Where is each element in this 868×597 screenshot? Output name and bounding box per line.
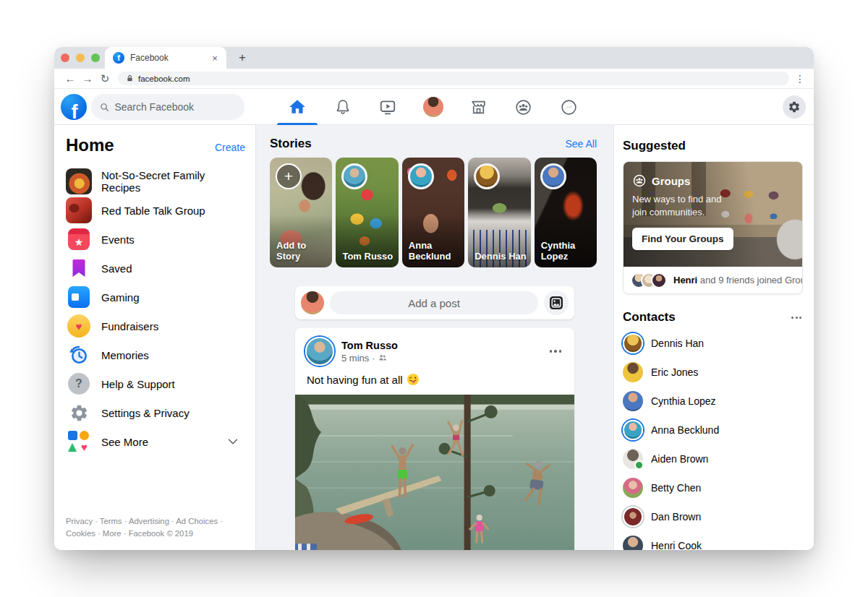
contact-betty-chen[interactable]: Betty Chen xyxy=(623,473,803,502)
contact-henri-cook[interactable]: Henri Cook xyxy=(623,531,803,550)
minimize-window-button[interactable] xyxy=(76,53,85,62)
create-link[interactable]: Create xyxy=(215,142,245,153)
contact-eric-jones[interactable]: Eric Jones xyxy=(623,358,803,387)
nav-groups-tab[interactable] xyxy=(501,89,546,125)
sidebar-item-memories[interactable]: Memories xyxy=(66,340,245,369)
groups-card-description: New ways to find and join communities. xyxy=(632,193,733,218)
contacts-options-icon[interactable] xyxy=(790,314,803,322)
see-all-link[interactable]: See All xyxy=(565,138,597,150)
nav-watch-tab[interactable] xyxy=(365,89,410,125)
photo-icon xyxy=(549,296,563,310)
nav-notifications-tab[interactable] xyxy=(320,89,365,125)
story-card-add-to-story[interactable]: Add to Story xyxy=(270,158,332,267)
add-photo-button[interactable] xyxy=(544,291,569,315)
contact-aiden-brown[interactable]: Aiden Brown xyxy=(623,444,803,473)
sidebar-item-help-support[interactable]: Help & Support xyxy=(66,369,245,398)
lock-icon xyxy=(126,74,134,82)
bookmark-icon xyxy=(66,255,92,281)
facebook-logo[interactable]: f xyxy=(61,94,87,120)
close-tab-icon[interactable]: × xyxy=(209,53,221,64)
browser-menu-icon[interactable]: ⋮ xyxy=(793,73,807,85)
right-sidebar: Suggested xyxy=(613,125,814,550)
tab-title: Facebook xyxy=(130,53,209,63)
groups-social-proof-row: Henri and 9 friends joined Groups xyxy=(624,267,802,293)
nav-home-tab[interactable] xyxy=(275,89,320,125)
sidebar-item-gaming[interactable]: Gaming xyxy=(66,283,245,312)
story-card-anna-becklund[interactable]: Anna Becklund xyxy=(402,158,464,267)
feed-post: Tom Russo 5 mins · xyxy=(295,328,574,550)
post-meta: 5 mins · xyxy=(341,353,540,364)
suggested-title: Suggested xyxy=(623,139,803,153)
see-more-shapes-icon: ♥ xyxy=(66,429,92,455)
chevron-down-icon[interactable] xyxy=(226,435,239,448)
sidebar-menu: Not-So-Secret Family Recipes Red Table T… xyxy=(66,167,245,456)
browser-tab-bar: f Facebook × + xyxy=(54,47,814,69)
contact-dan-brown[interactable]: Dan Brown xyxy=(623,502,803,531)
story-avatar xyxy=(408,163,434,189)
new-tab-button[interactable]: + xyxy=(234,49,251,66)
sidebar-item-recipes-group[interactable]: Not-So-Secret Family Recipes xyxy=(66,167,245,196)
story-avatar xyxy=(540,163,566,189)
url-text: facebook.com xyxy=(138,74,190,83)
post-photo-lake-jump[interactable] xyxy=(295,395,574,550)
nav-marketplace-tab[interactable] xyxy=(456,89,501,125)
post-options-icon[interactable] xyxy=(547,347,565,356)
composer-avatar[interactable] xyxy=(301,291,324,314)
close-window-button[interactable] xyxy=(61,53,69,62)
settings-button[interactable] xyxy=(783,95,806,119)
sidebar-item-settings-privacy[interactable]: Settings & Privacy xyxy=(66,398,245,427)
find-your-groups-button[interactable]: Find Your Groups xyxy=(632,228,733,250)
zoom-window-button[interactable] xyxy=(91,53,100,62)
sidebar-item-see-more[interactable]: ♥ See More xyxy=(66,427,245,456)
sidebar-item-saved[interactable]: Saved xyxy=(66,254,245,283)
sidebar-item-red-table-talk-group[interactable]: Red Table Talk Group xyxy=(66,196,245,225)
contact-avatar xyxy=(623,507,643,527)
marketplace-icon xyxy=(469,98,488,116)
facebook-favicon: f xyxy=(113,52,124,64)
contact-avatar xyxy=(623,333,643,353)
contact-anna-becklund[interactable]: Anna Becklund xyxy=(623,416,803,444)
contact-cynthia-lopez[interactable]: Cynthia Lopez xyxy=(623,387,803,416)
nav-profile-tab[interactable] xyxy=(411,89,456,125)
bell-icon xyxy=(334,98,352,116)
contact-avatar xyxy=(623,391,643,411)
friends-privacy-icon xyxy=(378,353,387,362)
search-input[interactable] xyxy=(114,101,236,113)
messenger-icon xyxy=(560,98,578,116)
sidebar-item-fundraisers[interactable]: Fundraisers xyxy=(66,312,245,340)
help-question-icon xyxy=(66,371,92,397)
friend-avatars xyxy=(631,272,667,288)
group-photo-icon xyxy=(66,197,92,223)
legal-footer: Privacy · Terms · Advertising · Ad Choic… xyxy=(66,515,245,540)
watch-icon xyxy=(378,98,397,116)
sidebar-item-events[interactable]: Events xyxy=(66,225,245,254)
settings-gear-icon xyxy=(66,400,92,426)
story-card-tom-russo[interactable]: Tom Russo xyxy=(336,158,398,267)
contacts-title: Contacts xyxy=(623,310,676,325)
window-controls xyxy=(61,53,100,62)
story-card-cynthia-lopez[interactable]: Cynthia Lopez xyxy=(535,158,597,267)
contact-dennis-han[interactable]: Dennis Han xyxy=(623,329,803,358)
nav-messenger-tab[interactable] xyxy=(546,89,591,125)
post-composer: Add a post xyxy=(295,286,574,319)
search-box[interactable] xyxy=(91,94,244,120)
facebook-nav xyxy=(275,89,591,125)
groups-card-photo: Groups New ways to find and join communi… xyxy=(624,162,802,267)
add-story-plus-icon[interactable] xyxy=(276,163,302,189)
page-content: Home Create Not-So-Secret Family Recipes… xyxy=(54,125,814,550)
post-author-name[interactable]: Tom Russo xyxy=(341,340,540,351)
post-author-avatar[interactable] xyxy=(305,337,334,366)
address-bar[interactable]: facebook.com xyxy=(118,72,789,85)
browser-tab-facebook[interactable]: f Facebook × xyxy=(105,47,226,69)
back-icon[interactable]: ← xyxy=(61,72,79,85)
groups-icon xyxy=(514,98,532,116)
contact-avatar xyxy=(623,362,643,382)
friend-name: Henri xyxy=(673,275,697,285)
story-card-dennis-han[interactable]: Dennis Han xyxy=(468,158,530,267)
reload-icon[interactable]: ↻ xyxy=(96,72,114,85)
home-icon xyxy=(288,98,307,116)
add-post-input[interactable]: Add a post xyxy=(330,291,538,314)
contact-avatar-online xyxy=(623,449,643,469)
page-background: f Facebook × + ← → ↻ facebook.com ⋮ f xyxy=(0,0,868,597)
forward-icon[interactable]: → xyxy=(79,72,96,85)
